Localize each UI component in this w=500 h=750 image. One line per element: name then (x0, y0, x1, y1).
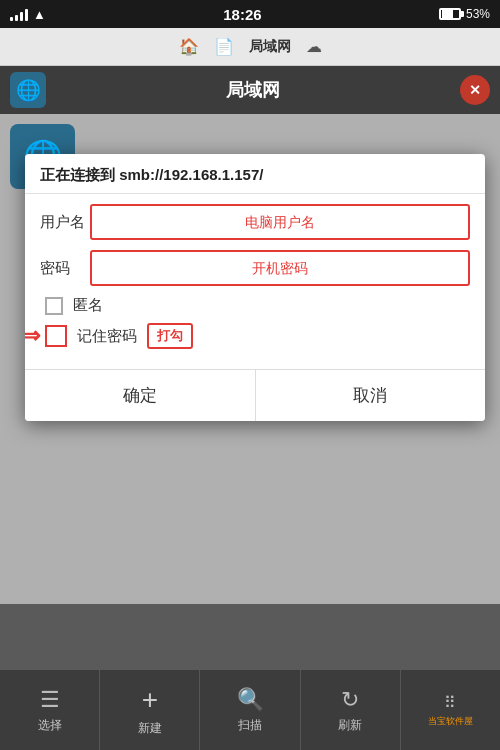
battery-percent: 53% (466, 7, 490, 21)
wifi-icon: ▲ (33, 7, 46, 22)
home-icon[interactable]: 🏠 (179, 37, 199, 56)
status-time: 18:26 (223, 6, 261, 23)
dialog: 正在连接到 smb://192.168.1.157/ 用户名 密码 匿名 ⇒ (25, 154, 485, 421)
app-title: 局域网 (226, 78, 280, 102)
app-header: 🌐 局域网 ✕ (0, 66, 500, 114)
dialog-body: 用户名 密码 匿名 ⇒ 记住密码 打勾 (25, 194, 485, 369)
remember-row: ⇒ 记住密码 打勾 (40, 323, 470, 349)
more-label: 当宝软件屋 (428, 716, 473, 727)
new-label: 新建 (138, 720, 162, 737)
confirm-button[interactable]: 确定 (25, 370, 256, 421)
battery-icon (439, 8, 461, 20)
status-right: 53% (439, 7, 490, 21)
select-label: 选择 (38, 717, 62, 734)
anonymous-label: 匿名 (73, 296, 103, 315)
toolbar-item-scan[interactable]: 🔍 扫描 (200, 670, 300, 750)
username-row: 用户名 (40, 204, 470, 240)
cloud-icon[interactable]: ☁ (306, 37, 322, 56)
remember-label: 记住密码 (77, 327, 137, 346)
password-input[interactable] (90, 250, 470, 286)
dialog-title: 正在连接到 smb://192.168.1.157/ (25, 154, 485, 194)
dialog-footer: 确定 取消 (25, 369, 485, 421)
nav-bar: 🏠 📄 局域网 ☁ (0, 28, 500, 66)
check-badge: 打勾 (147, 323, 193, 349)
arrow-icon: ⇒ (25, 323, 40, 349)
toolbar-item-select[interactable]: ☰ 选择 (0, 670, 100, 750)
cancel-button[interactable]: 取消 (256, 370, 486, 421)
status-bar: ▲ 18:26 53% (0, 0, 500, 28)
anonymous-row: 匿名 (40, 296, 470, 315)
refresh-label: 刷新 (338, 717, 362, 734)
status-left: ▲ (10, 7, 46, 22)
bottom-toolbar: ☰ 选择 + 新建 🔍 扫描 ↻ 刷新 ⠿ 当宝软件屋 (0, 670, 500, 750)
anonymous-checkbox[interactable] (45, 297, 63, 315)
close-button[interactable]: ✕ (460, 75, 490, 105)
toolbar-item-more[interactable]: ⠿ 当宝软件屋 (401, 670, 500, 750)
username-input[interactable] (90, 204, 470, 240)
toolbar-item-refresh[interactable]: ↻ 刷新 (301, 670, 401, 750)
scan-label: 扫描 (238, 717, 262, 734)
app-icon: 🌐 (10, 72, 46, 108)
network-label: 局域网 (249, 38, 291, 56)
remember-checkbox[interactable] (45, 325, 67, 347)
more-icon: ⠿ (444, 693, 456, 712)
page-icon[interactable]: 📄 (214, 37, 234, 56)
password-label: 密码 (40, 259, 90, 278)
refresh-icon: ↻ (341, 687, 359, 713)
toolbar-item-new[interactable]: + 新建 (100, 670, 200, 750)
password-row: 密码 (40, 250, 470, 286)
new-icon: + (142, 684, 158, 716)
signal-icon (10, 7, 28, 21)
username-label: 用户名 (40, 213, 90, 232)
main-content: 🌐 正在连接到 smb://192.168.1.157/ 用户名 密码 匿名 ⇒ (0, 114, 500, 604)
scan-icon: 🔍 (237, 687, 264, 713)
select-icon: ☰ (40, 687, 60, 713)
